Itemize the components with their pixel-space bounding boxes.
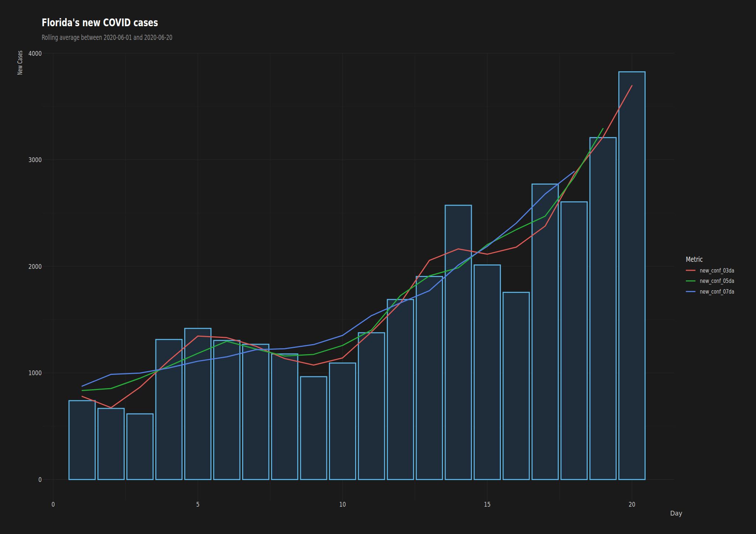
bar-day-16[interactable] xyxy=(503,292,529,480)
bar-day-7[interactable] xyxy=(243,344,269,479)
x-tick-label: 0 xyxy=(52,500,55,508)
bar-day-3[interactable] xyxy=(127,414,153,480)
chart-subtitle: Rolling average between 2020-06-01 and 2… xyxy=(42,33,172,42)
x-axis-title: Day xyxy=(670,509,683,517)
bar-day-19[interactable] xyxy=(590,138,616,480)
bar-day-9[interactable] xyxy=(300,377,327,480)
bar-day-10[interactable] xyxy=(330,363,356,479)
bar-day-6[interactable] xyxy=(214,340,240,480)
bar-day-15[interactable] xyxy=(474,265,501,479)
bar-day-14[interactable] xyxy=(445,205,471,480)
bar-day-12[interactable] xyxy=(387,299,413,479)
y-tick-label: 3000 xyxy=(28,156,42,164)
chart-title: Florida's new COVID cases xyxy=(42,17,158,29)
bar-day-13[interactable] xyxy=(416,277,443,480)
y-axis-title: New Cases xyxy=(16,51,24,75)
y-tick-label: 1000 xyxy=(28,369,42,377)
bar-day-8[interactable] xyxy=(272,354,298,479)
bar-day-17[interactable] xyxy=(532,184,558,479)
x-tick-label: 10 xyxy=(339,500,346,508)
x-tick-label: 20 xyxy=(629,500,635,508)
covid-cases-chart: 0100020003000400005101520 Florida's new … xyxy=(0,0,756,534)
bar-day-2[interactable] xyxy=(98,408,124,480)
legend-title: Metric xyxy=(686,255,703,263)
y-tick-label: 0 xyxy=(38,476,42,483)
bar-day-5[interactable] xyxy=(185,328,211,479)
y-tick-label: 2000 xyxy=(28,263,42,270)
bar-day-1[interactable] xyxy=(69,401,95,480)
x-tick-label: 15 xyxy=(484,500,491,508)
bar-day-20[interactable] xyxy=(619,72,645,480)
y-tick-label: 4000 xyxy=(28,49,42,57)
x-tick-label: 5 xyxy=(196,500,200,508)
legend-item-label: new_conf_07da xyxy=(700,288,734,295)
legend-item-label: new_conf_03da xyxy=(700,267,734,274)
bar-day-18[interactable] xyxy=(561,202,587,480)
legend-item-label: new_conf_05da xyxy=(700,278,734,285)
bar-day-11[interactable] xyxy=(358,333,385,479)
